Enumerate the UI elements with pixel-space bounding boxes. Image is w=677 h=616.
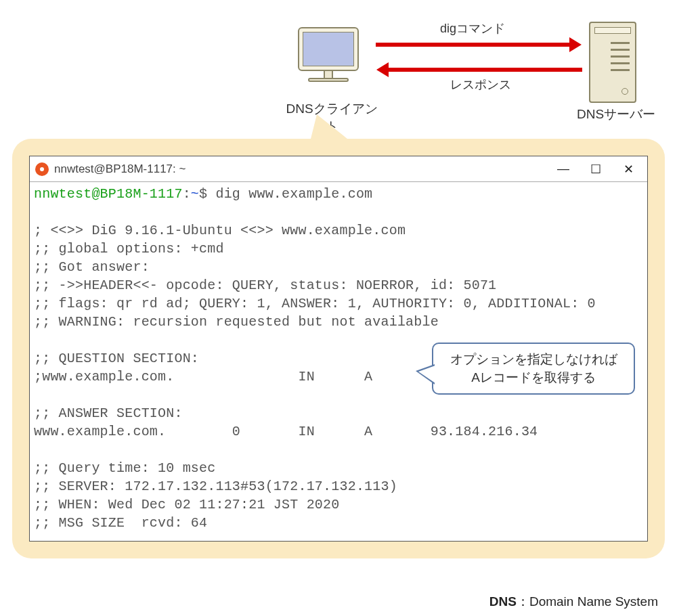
client-icon	[298, 27, 359, 82]
arrow-response-label: レスポンス	[450, 76, 511, 93]
footer-note: DNS：Domain Name System	[489, 593, 658, 611]
dns-diagram: digコマンド レスポンス DNSクライアント DNSサーバー	[0, 14, 677, 129]
server-label: DNSサーバー	[575, 106, 657, 123]
annotation-line2: Aレコードを取得する	[471, 370, 596, 384]
window-title: nnwtest@BP18M-1117: ~	[54, 162, 547, 176]
titlebar: nnwtest@BP18M-1117: ~ — ☐ ✕	[30, 156, 647, 182]
footer-expansion: Domain Name System	[529, 594, 658, 609]
close-button[interactable]: ✕	[612, 156, 645, 181]
ubuntu-icon	[35, 162, 49, 176]
minimize-button[interactable]: —	[547, 156, 580, 181]
footer-term: DNS	[489, 594, 517, 609]
annotation-line1: オプションを指定しなければ	[450, 352, 617, 366]
monitor-icon	[298, 27, 359, 71]
arrow-response	[386, 68, 582, 72]
maximize-button[interactable]: ☐	[580, 156, 612, 181]
server-icon	[589, 22, 636, 103]
annotation-callout: オプションを指定しなければ Aレコードを取得する	[432, 343, 635, 395]
arrow-request-label: digコマンド	[440, 20, 505, 37]
arrow-request	[376, 43, 572, 47]
